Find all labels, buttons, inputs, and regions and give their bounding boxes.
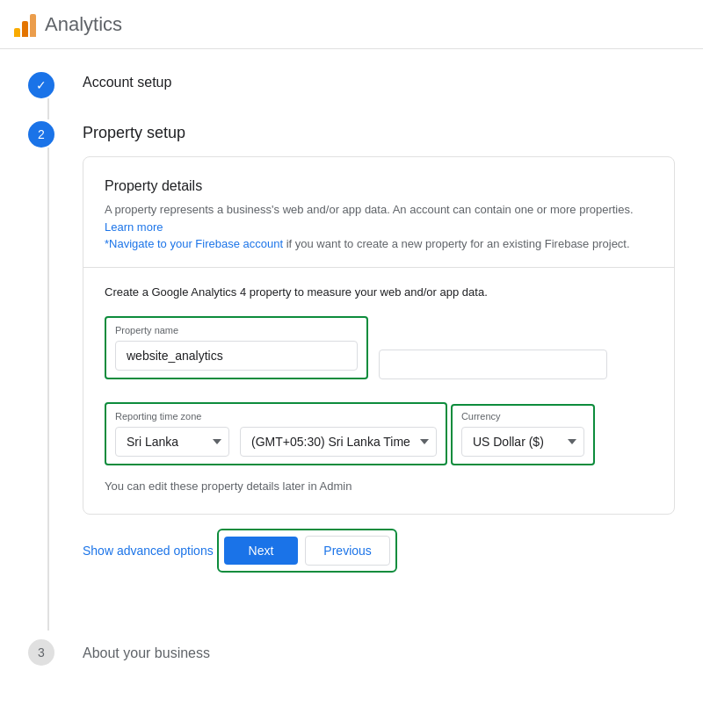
firebase-nav-link[interactable]: *Navigate to your Firebase account xyxy=(105,237,283,250)
card-divider xyxy=(83,267,674,268)
currency-field-group: Currency US Dollar ($) xyxy=(451,404,595,465)
timezone-select[interactable]: (GMT+05:30) Sri Lanka Time xyxy=(240,427,437,457)
card-desc-text: A property represents a business's web a… xyxy=(105,203,634,216)
timezone-row: Sri Lanka (GMT+05:30) Sri Lanka Time xyxy=(115,427,437,457)
property-name-input[interactable] xyxy=(115,341,358,371)
card-title: Property details xyxy=(105,178,653,194)
step2-number: 2 xyxy=(38,127,45,141)
step1-connector xyxy=(47,98,49,119)
buttons-highlighted-wrapper: Next Previous xyxy=(217,529,397,573)
card-description: A property represents a business's web a… xyxy=(105,201,653,253)
step2-connector xyxy=(47,148,49,631)
learn-more-link[interactable]: Learn more xyxy=(105,220,163,234)
step3-number: 3 xyxy=(38,645,45,660)
property-name-extra-input[interactable] xyxy=(379,350,607,379)
country-select[interactable]: Sri Lanka xyxy=(115,427,229,457)
logo-bar-3 xyxy=(30,14,36,37)
timezone-label: Reporting time zone xyxy=(115,411,437,422)
step2-circle: 2 xyxy=(28,121,54,148)
step1-circle: ✓ xyxy=(28,72,54,98)
step3-label: About your business xyxy=(83,642,210,661)
logo-area: Analytics xyxy=(14,12,122,37)
firebase-nav-suffix: if you want to create a new property for… xyxy=(283,237,630,250)
currency-select[interactable]: US Dollar ($) xyxy=(461,427,584,457)
advanced-options-link[interactable]: Show advanced options xyxy=(83,544,214,558)
main-content: ✓ Account setup 2 Property setup Propert… xyxy=(0,49,703,687)
property-name-field-group: Property name xyxy=(105,316,368,379)
step3-row: 3 About your business xyxy=(28,638,675,666)
timezone-field-group: Reporting time zone Sri Lanka (GMT+05:30… xyxy=(105,402,447,465)
create-label: Create a Google Analytics 4 property to … xyxy=(105,285,653,299)
step1-label: Account setup xyxy=(83,71,171,90)
app-title: Analytics xyxy=(45,13,122,36)
currency-label: Currency xyxy=(461,411,584,422)
next-button[interactable]: Next xyxy=(224,537,299,565)
edit-note: You can edit these property details late… xyxy=(105,479,653,493)
step1-check-icon: ✓ xyxy=(36,78,47,92)
analytics-logo-icon xyxy=(14,12,36,37)
property-details-card: Property details A property represents a… xyxy=(83,156,675,515)
property-name-label: Property name xyxy=(115,325,358,335)
logo-bar-1 xyxy=(14,28,20,37)
logo-bar-2 xyxy=(22,21,28,37)
step3-circle: 3 xyxy=(28,639,54,666)
previous-button[interactable]: Previous xyxy=(305,536,389,566)
step2-label: Property setup xyxy=(83,124,675,142)
app-header: Analytics xyxy=(0,0,703,49)
